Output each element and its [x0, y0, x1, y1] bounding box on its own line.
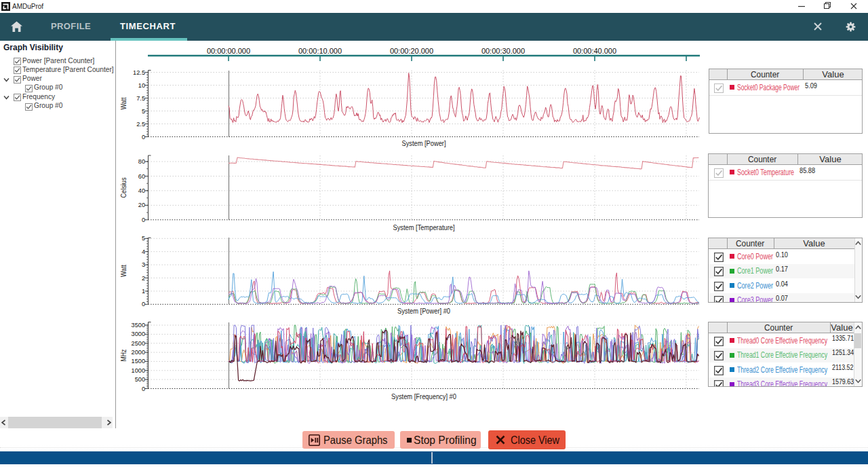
svg-text:4: 4: [142, 248, 145, 255]
svg-text:Celsius: Celsius: [120, 178, 127, 198]
svg-text:7.5: 7.5: [136, 95, 145, 102]
svg-text:2500: 2500: [132, 340, 145, 347]
svg-text:System [Power] #0: System [Power] #0: [397, 307, 450, 315]
svg-text:0: 0: [142, 386, 145, 392]
svg-text:Watt: Watt: [120, 97, 127, 109]
svg-text:00:00:30.000: 00:00:30.000: [481, 47, 525, 55]
svg-text:System [Frequency] #0: System [Frequency] #0: [391, 392, 456, 400]
svg-text:System [Temperature]: System [Temperature]: [393, 223, 455, 231]
svg-text:00:00:00.000: 00:00:00.000: [207, 47, 250, 55]
svg-text:MHz: MHz: [120, 350, 127, 362]
svg-text:12.5: 12.5: [133, 69, 145, 76]
svg-text:5: 5: [142, 108, 145, 115]
svg-text:3500: 3500: [132, 322, 145, 329]
svg-text:1500: 1500: [132, 358, 145, 365]
svg-text:00:00:20.000: 00:00:20.000: [390, 47, 433, 55]
svg-text:0: 0: [142, 134, 145, 141]
svg-text:00:00:40.000: 00:00:40.000: [573, 47, 616, 55]
svg-text:3: 3: [142, 261, 145, 268]
svg-text:20: 20: [138, 202, 145, 208]
svg-text:60: 60: [138, 173, 145, 180]
svg-text:System [Power]: System [Power]: [402, 139, 446, 147]
svg-text:1000: 1000: [132, 367, 145, 374]
svg-text:3000: 3000: [132, 331, 145, 337]
svg-text:40: 40: [138, 187, 145, 194]
svg-text:80: 80: [138, 158, 145, 165]
svg-text:500: 500: [135, 376, 145, 383]
svg-text:0: 0: [142, 217, 145, 223]
svg-text:5: 5: [142, 235, 145, 242]
svg-text:0: 0: [142, 301, 145, 307]
svg-text:2: 2: [142, 275, 145, 282]
svg-text:10: 10: [138, 82, 145, 89]
svg-text:00:00:10.000: 00:00:10.000: [298, 47, 342, 55]
svg-text:1: 1: [142, 288, 145, 295]
svg-text:2000: 2000: [132, 349, 145, 356]
svg-text:Watt: Watt: [120, 265, 127, 277]
svg-text:2.5: 2.5: [136, 121, 145, 128]
